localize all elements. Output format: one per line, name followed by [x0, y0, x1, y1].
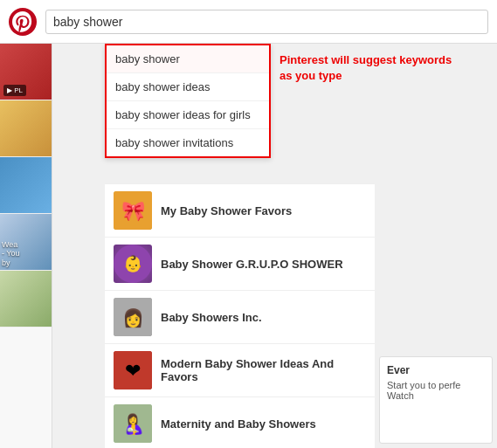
result-item-3[interactable]: 👩 Baby Showers Inc.: [105, 291, 375, 344]
svg-text:❤: ❤: [125, 360, 141, 382]
sidebar-item-4[interactable]: Wea- Youby: [0, 214, 52, 271]
result-item-1[interactable]: 🎀 My Baby Shower Favors: [105, 184, 375, 238]
svg-text:👩: 👩: [122, 307, 144, 328]
search-dropdown: baby shower baby shower ideas baby showe…: [105, 44, 271, 158]
play-badge: ▶ PL: [3, 85, 26, 96]
result-name-3: Baby Showers Inc.: [161, 311, 262, 324]
search-input[interactable]: [45, 10, 488, 34]
sidebar-item-1[interactable]: ▶ PL: [0, 44, 52, 100]
main-layout: ▶ PL Wea- Youby baby shower baby shower …: [0, 44, 497, 448]
result-item-2[interactable]: 👶 Baby Shower G.R.U.P.O SHOWER: [105, 238, 375, 291]
dropdown-item-4[interactable]: baby shower invitations: [107, 129, 269, 156]
result-avatar-3: 👩: [114, 298, 152, 336]
result-name-1: My Baby Shower Favors: [161, 204, 292, 217]
card-right: Ever Start you to perfe Watch: [379, 356, 493, 444]
sidebar-thumb-3: [0, 157, 52, 213]
svg-text:🤱: 🤱: [121, 412, 146, 436]
pinterest-logo: [9, 8, 37, 36]
result-name-5: Maternity and Baby Showers: [161, 417, 316, 431]
sidebar-item-5[interactable]: [0, 271, 52, 327]
result-name-2: Baby Shower G.R.U.P.O SHOWER: [161, 258, 343, 271]
result-item-4[interactable]: ❤ Modern Baby Shower Ideas And Favors: [105, 344, 375, 397]
sidebar-item-2[interactable]: [0, 100, 52, 157]
svg-text:👶: 👶: [123, 254, 143, 273]
sidebar-thumb-5: [0, 271, 52, 327]
sidebar: ▶ PL Wea- Youby: [0, 44, 52, 448]
dropdown-item-3[interactable]: baby shower ideas for girls: [107, 101, 269, 129]
result-item-5[interactable]: 🤱 Maternity and Baby Showers: [105, 397, 375, 448]
svg-text:🎀: 🎀: [121, 199, 146, 223]
card-right-title: Ever: [387, 364, 485, 376]
result-avatar-5: 🤱: [114, 404, 152, 443]
card-right-text: Start you to perfe Watch: [387, 380, 485, 401]
result-avatar-2: 👶: [114, 245, 152, 283]
dropdown-item-2[interactable]: baby shower ideas: [107, 73, 269, 101]
result-avatar-4: ❤: [114, 351, 152, 389]
result-avatar-1: 🎀: [114, 191, 152, 230]
dropdown-item-1[interactable]: baby shower: [107, 45, 269, 73]
hint-text: Pinterest will suggest keywords as you t…: [280, 52, 454, 84]
sidebar-thumb-2: [0, 100, 52, 156]
sidebar-label-4: Wea- Youby: [2, 240, 51, 268]
result-name-4: Modern Baby Shower Ideas And Favors: [161, 357, 366, 383]
search-bar: [0, 0, 497, 44]
results-list: 🎀 My Baby Shower Favors 👶 Baby Shower G.…: [105, 183, 375, 448]
sidebar-item-3[interactable]: [0, 157, 52, 214]
